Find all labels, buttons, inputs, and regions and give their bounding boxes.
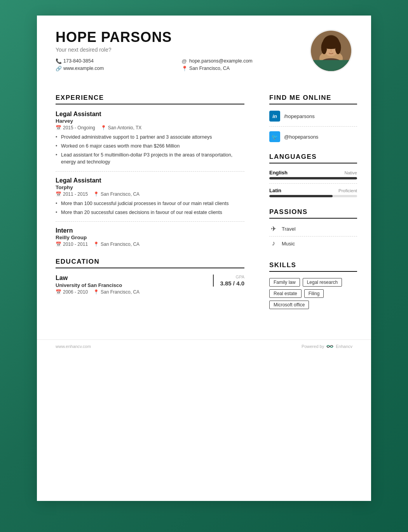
edu-entry-1: Law University of San Francisco 📅 2006 -…	[56, 275, 244, 298]
location-text: San Francisco, CA	[189, 66, 230, 71]
twitter-icon: 🐦	[269, 131, 280, 142]
website-icon: 🔗	[56, 66, 61, 71]
lang-english-fill	[269, 177, 357, 179]
lang-latin-name: Latin	[269, 188, 281, 193]
svg-point-6	[335, 41, 341, 54]
resume-page: HOPE PARSONS Your next desired role? 📞 1…	[37, 16, 371, 501]
location-contact: 📍 San Francisco, CA	[181, 66, 298, 71]
job-2-bullets: More than 100 successful judicial proces…	[56, 200, 244, 216]
bullet-item: Provided administrative support to 1 par…	[56, 134, 244, 141]
find-online-section: FIND ME ONLINE in /hopeparsons 🐦 @hopepa…	[269, 94, 357, 142]
skill-legal-research: Legal research	[303, 278, 342, 287]
job-1-title: Legal Assistant	[56, 111, 244, 118]
skill-filing: Filing	[304, 289, 324, 298]
lang-english-bar	[269, 177, 357, 179]
website-contact: 🔗 www.example.com	[56, 66, 172, 71]
skills-section: SKILLS Family law Legal research Real es…	[269, 261, 357, 309]
website-url: www.example.com	[63, 66, 104, 71]
bullet-item: Lead assistant for 5 multimillion-dollar…	[56, 151, 244, 165]
bullet-item: More than 100 successful judicial proces…	[56, 200, 244, 207]
job-3: Intern Reilly Group 📅 2010 - 2011 📍 San …	[56, 227, 244, 247]
email-icon: @	[181, 58, 187, 64]
job-3-title: Intern	[56, 227, 244, 234]
job-3-company: Reilly Group	[56, 235, 244, 240]
job-1-meta: 📅 2015 - Ongoing 📍 San Antonio, TX	[56, 125, 244, 130]
phone-icon: 📞	[56, 58, 61, 64]
job-divider	[56, 171, 244, 172]
edu-meta: 📅 2006 - 2010 📍 San Francisco, CA	[56, 289, 207, 295]
travel-label: Travel	[282, 226, 296, 232]
header-left: HOPE PARSONS Your next desired role? 📞 1…	[56, 30, 298, 71]
calendar-icon: 📅	[56, 125, 61, 130]
skill-real-estate: Real estate	[269, 289, 302, 298]
candidate-name: HOPE PARSONS	[56, 30, 298, 45]
right-column: FIND ME ONLINE in /hopeparsons 🐦 @hopepa…	[258, 83, 371, 328]
profile-photo	[310, 30, 352, 72]
skills-grid: Family law Legal research Real estate Fi…	[269, 278, 357, 309]
job-1-company: Harvey	[56, 118, 244, 124]
calendar-icon: 📅	[56, 242, 61, 247]
lang-latin-fill	[269, 195, 333, 197]
svg-rect-10	[311, 60, 351, 71]
edu-left: Law University of San Francisco 📅 2006 -…	[56, 275, 207, 298]
job-1-location: 📍 San Antonio, TX	[101, 125, 142, 130]
skill-family-law: Family law	[269, 278, 300, 287]
edu-location: 📍 San Francisco, CA	[93, 289, 139, 295]
job-2-meta: 📅 2011 - 2015 📍 San Francisco, CA	[56, 191, 244, 197]
phone-contact: 📞 173-840-3854	[56, 58, 172, 64]
education-section: EDUCATION Law University of San Francisc…	[56, 258, 244, 298]
calendar-icon: 📅	[56, 191, 61, 197]
job-2: Legal Assistant Torphy 📅 2011 - 2015 📍 S…	[56, 177, 244, 216]
job-3-meta: 📅 2010 - 2011 📍 San Francisco, CA	[56, 242, 244, 247]
edu-right: GPA 3.85 / 4.0	[213, 275, 244, 287]
lang-english-name: English	[269, 170, 288, 176]
header-section: HOPE PARSONS Your next desired role? 📞 1…	[37, 16, 371, 83]
job-1-bullets: Provided administrative support to 1 par…	[56, 134, 244, 166]
left-column: EXPERIENCE Legal Assistant Harvey 📅 2015…	[37, 83, 258, 328]
bullet-item: More than 20 successful cases decisions …	[56, 209, 244, 216]
edu-degree: Law	[56, 275, 207, 282]
job-2-location: 📍 San Francisco, CA	[93, 191, 139, 197]
footer-brand-name: Enhancv	[336, 344, 352, 349]
lang-latin-row: Latin Proficient	[269, 188, 357, 193]
gpa-label: GPA	[220, 275, 244, 279]
languages-title: LANGUAGES	[269, 153, 357, 163]
online-divider	[269, 126, 357, 127]
lang-english-row: English Native	[269, 170, 357, 176]
location-icon: 📍	[181, 66, 187, 71]
job-2-title: Legal Assistant	[56, 177, 244, 184]
lang-latin: Latin Proficient	[269, 188, 357, 197]
svg-point-5	[321, 41, 327, 54]
phone-number: 173-840-3854	[63, 58, 94, 64]
footer-website: www.enhancv.com	[56, 344, 91, 349]
job-3-location: 📍 San Francisco, CA	[93, 242, 139, 247]
twitter-handle: @hopeparsons	[284, 134, 318, 140]
bullet-item: Worked on 6 major cases worth more than …	[56, 143, 244, 150]
languages-section: LANGUAGES English Native Latin Proficien…	[269, 153, 357, 197]
edu-dates: 📅 2006 - 2010	[56, 289, 88, 295]
svg-point-8	[333, 47, 335, 49]
lang-divider	[269, 183, 357, 184]
job-2-company: Torphy	[56, 184, 244, 190]
travel-icon: ✈	[269, 225, 278, 233]
job-3-dates: 📅 2010 - 2011	[56, 242, 88, 247]
header-contacts: 📞 173-840-3854 @ hope.parsons@example.co…	[56, 58, 298, 71]
lang-english-level: Native	[344, 170, 357, 175]
footer-brand: Powered by Enhancv	[302, 344, 352, 349]
passion-music: ♪ Music	[269, 240, 357, 250]
passions-section: PASSIONS ✈ Travel ♪ Music	[269, 208, 357, 250]
passion-travel: ✈ Travel	[269, 225, 357, 236]
pin-icon: 📍	[93, 289, 99, 295]
pin-icon: 📍	[93, 191, 99, 197]
job-divider	[56, 221, 244, 222]
experience-title: EXPERIENCE	[56, 94, 244, 104]
email-address: hope.parsons@example.com	[189, 58, 253, 64]
education-title: EDUCATION	[56, 258, 244, 268]
footer: www.enhancv.com Powered by Enhancv	[37, 339, 371, 353]
job-2-dates: 📅 2011 - 2015	[56, 191, 88, 197]
email-contact: @ hope.parsons@example.com	[181, 58, 298, 64]
calendar-icon: 📅	[56, 289, 61, 295]
footer-powered-by: Powered by	[302, 344, 324, 349]
header-tagline: Your next desired role?	[56, 47, 298, 53]
enhancv-logo-icon	[326, 344, 334, 349]
